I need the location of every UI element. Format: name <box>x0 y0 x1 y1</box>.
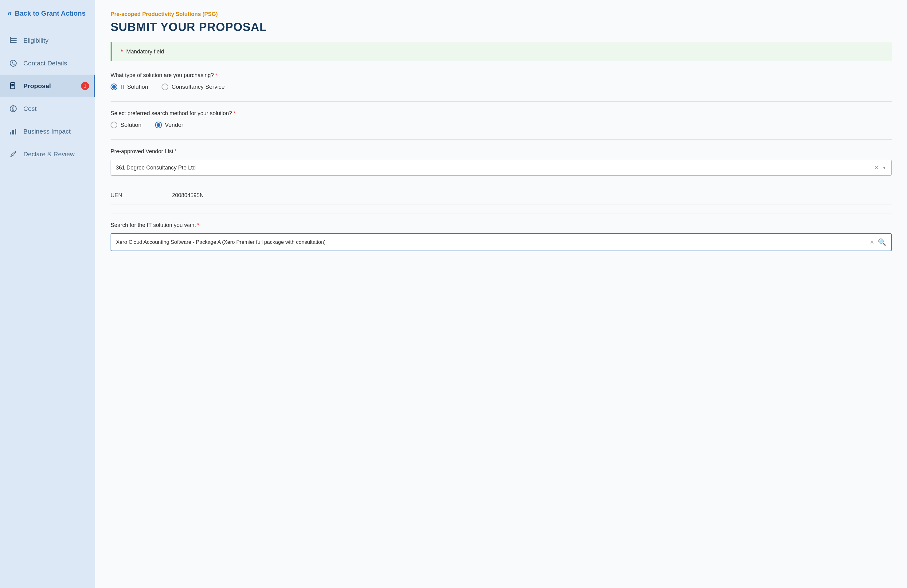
vendor-dropdown-icon[interactable]: ▼ <box>882 165 886 170</box>
uen-value: 200804595N <box>172 192 204 199</box>
it-solution-clear-icon[interactable]: ✕ <box>870 239 874 246</box>
sidebar-item-proposal[interactable]: Proposal 1 👉 <box>0 75 95 97</box>
it-solution-value: Xero Cloud Accounting Software - Package… <box>116 239 870 245</box>
svg-rect-16 <box>15 129 16 135</box>
page-title: SUBMIT YOUR PROPOSAL <box>111 21 892 34</box>
mandatory-text: Mandatory field <box>126 48 164 54</box>
divider-1 <box>111 101 892 102</box>
uen-row: UEN 200804595N <box>111 187 892 205</box>
radio-consultancy[interactable]: Consultancy Service <box>162 83 224 90</box>
proposal-label: Proposal <box>23 82 51 90</box>
search-method-radio-group: Solution Vendor <box>111 122 892 128</box>
proposal-badge: 1 <box>81 82 89 90</box>
svg-rect-9 <box>11 85 14 86</box>
svg-rect-15 <box>12 130 14 135</box>
radio-consultancy-circle <box>162 83 168 90</box>
radio-vendor-circle <box>155 122 162 128</box>
business-impact-icon <box>9 127 18 136</box>
declare-review-icon <box>9 149 18 159</box>
vendor-clear-icon[interactable]: ✕ <box>875 164 879 171</box>
it-solution-search-icon[interactable]: 🔍 <box>878 238 886 246</box>
nav-items: Eligibility Contact Details <box>0 27 95 165</box>
svg-rect-5 <box>10 41 11 42</box>
svg-rect-14 <box>10 132 11 135</box>
radio-it-solution[interactable]: IT Solution <box>111 83 148 90</box>
it-solution-input-actions: ✕ 🔍 <box>870 238 886 246</box>
solution-type-label: What type of solution are you purchasing… <box>111 72 892 79</box>
back-link-label: Back to Grant Actions <box>15 10 85 18</box>
eligibility-label: Eligibility <box>23 37 48 44</box>
divider-2 <box>111 139 892 140</box>
mandatory-banner: * Mandatory field <box>111 42 892 61</box>
contact-details-icon <box>9 59 18 68</box>
business-impact-label: Business Impact <box>23 128 71 135</box>
cost-label: Cost <box>23 105 37 112</box>
solution-type-radio-group: IT Solution Consultancy Service <box>111 83 892 90</box>
vendor-list-section: Pre-approved Vendor List* 361 Degree Con… <box>111 148 892 176</box>
eligibility-icon <box>9 36 18 45</box>
back-to-grant-actions-link[interactable]: « Back to Grant Actions <box>0 0 95 27</box>
solution-type-section: What type of solution are you purchasing… <box>111 72 892 90</box>
svg-rect-10 <box>11 87 13 87</box>
proposal-icon <box>9 82 18 91</box>
radio-it-solution-circle <box>111 83 117 90</box>
vendor-select-actions: ✕ ▼ <box>875 164 886 171</box>
svg-rect-8 <box>11 84 14 85</box>
vendor-selected-value: 361 Degree Consultancy Pte Ltd <box>116 165 875 171</box>
sidebar: « Back to Grant Actions Eligibility <box>0 0 95 588</box>
cost-icon: $ <box>9 104 18 113</box>
vendor-list-dropdown[interactable]: 361 Degree Consultancy Pte Ltd ✕ ▼ <box>111 160 892 176</box>
radio-consultancy-label: Consultancy Service <box>171 83 224 90</box>
sidebar-item-business-impact[interactable]: Business Impact <box>0 120 95 143</box>
sidebar-item-eligibility[interactable]: Eligibility <box>0 29 95 52</box>
search-method-label: Select preferred search method for your … <box>111 110 892 117</box>
radio-solution[interactable]: Solution <box>111 122 142 128</box>
svg-rect-3 <box>10 37 11 38</box>
it-solution-search-input[interactable]: Xero Cloud Accounting Software - Package… <box>111 233 892 251</box>
sidebar-item-contact-details[interactable]: Contact Details <box>0 52 95 75</box>
mandatory-star: * <box>121 48 123 54</box>
svg-point-6 <box>10 60 16 66</box>
main-content: Pre-scoped Productivity Solutions (PSG) … <box>95 0 907 588</box>
svg-rect-4 <box>10 39 11 40</box>
search-method-section: Select preferred search method for your … <box>111 110 892 128</box>
sidebar-item-declare-review[interactable]: Declare & Review 👉 <box>0 143 95 165</box>
it-solution-section: Search for the IT solution you want* Xer… <box>111 222 892 251</box>
radio-solution-label: Solution <box>120 122 142 128</box>
radio-vendor[interactable]: Vendor <box>155 122 183 128</box>
radio-it-solution-label: IT Solution <box>120 83 148 90</box>
sidebar-item-cost[interactable]: $ Cost 👉 <box>0 97 95 120</box>
radio-vendor-label: Vendor <box>165 122 183 128</box>
uen-label: UEN <box>111 192 172 199</box>
back-chevron-icon: « <box>7 9 12 18</box>
declare-review-label: Declare & Review <box>23 151 75 158</box>
contact-details-label: Contact Details <box>23 59 67 67</box>
divider-3 <box>111 213 892 213</box>
page-subtitle: Pre-scoped Productivity Solutions (PSG) <box>111 11 892 18</box>
vendor-list-label: Pre-approved Vendor List* <box>111 148 892 155</box>
it-solution-label: Search for the IT solution you want* <box>111 222 892 228</box>
svg-text:$: $ <box>12 107 14 111</box>
radio-solution-circle <box>111 122 117 128</box>
